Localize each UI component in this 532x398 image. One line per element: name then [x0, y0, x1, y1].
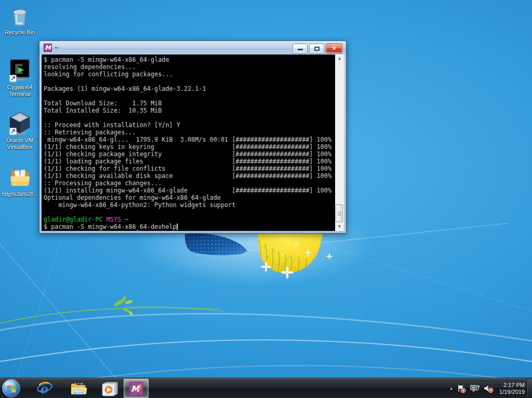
system-tray: ▲ 2:17 PM 1/19/2019 [449, 378, 525, 398]
minimize-icon [298, 49, 303, 50]
terminal-line: resolving dependencies... [44, 63, 335, 71]
terminal-output: $ pacman -S mingw-w64-x86_64-gladeresolv… [42, 54, 335, 231]
virtualbox-icon [7, 110, 32, 136]
media-player-icon [101, 380, 119, 397]
msys2-icon: M 2 [129, 381, 143, 396]
svg-text:2: 2 [138, 383, 142, 391]
start-button[interactable] [2, 379, 20, 397]
internet-explorer-icon: e [36, 380, 53, 397]
taskbar-clock[interactable]: 2:17 PM 1/19/2019 [499, 382, 525, 395]
desktop-icon-label: Recycle Bin [1, 29, 39, 36]
terminal-line: looking for conflicting packages... [44, 71, 335, 78]
desktop-icon-label: Cygwin64 Terminal [1, 84, 39, 98]
maximize-icon [314, 47, 320, 51]
windows-logo-icon [2, 379, 20, 397]
recycle-bin-icon [7, 3, 32, 28]
terminal-cursor [177, 224, 178, 230]
terminal-line: gladir@gladir-PC MSYS ~ [44, 216, 335, 223]
scrollbar-thumb[interactable] [336, 204, 343, 222]
shortcut-arrow-icon [9, 75, 16, 82]
msys-window-icon: M [44, 44, 52, 52]
folder-icon [7, 165, 32, 190]
cygwin-terminal-icon [7, 57, 32, 83]
terminal-line: Packages (1) mingw-w64-x86_64-glade-3.22… [44, 85, 335, 92]
maximize-button[interactable] [309, 44, 324, 53]
scrollbar-grip-icon [338, 212, 341, 216]
terminal-line [44, 78, 335, 85]
explorer-folder-icon [70, 381, 87, 396]
desktop-icon-recycle-bin[interactable]: Recycle Bin [1, 3, 39, 36]
clock-date: 1/19/2019 [499, 389, 525, 395]
close-icon: ✕ [326, 45, 342, 52]
terminal-line: Optional dependencies for mingw-w64-x86_… [44, 194, 335, 201]
terminal-screen[interactable]: $ pacman -S mingw-w64-x86_64-gladeresolv… [42, 54, 344, 231]
desktop-icon-label: http%3a%2f... [1, 191, 39, 198]
window-titlebar[interactable]: M ~ ✕ [39, 41, 346, 54]
taskbar-item-windows-explorer[interactable] [69, 378, 88, 398]
terminal-line: (1/1) checking package integrity [######… [44, 150, 335, 158]
terminal-line: (1/1) checking for file conflicts [#####… [44, 165, 335, 172]
show-hidden-icons-button[interactable]: ▲ [449, 387, 453, 390]
shortcut-arrow-icon [9, 128, 16, 135]
terminal-line: (1/1) installing mingw-w64-x86_64-glade … [44, 187, 335, 194]
terminal-line [44, 92, 335, 100]
terminal-line: mingw-w64-x86_64-gl... 1795.9 KiB 3.08M/… [44, 136, 335, 143]
terminal-line: (1/1) checking available disk space [###… [44, 172, 335, 180]
mintty-terminal-window: M ~ ✕ $ pacman -S mingw-w64-x86_64-glade… [39, 40, 347, 234]
terminal-line: (1/1) loading package files [###########… [44, 158, 335, 165]
desktop-icon-label: Oracle VM VirtualBox [1, 137, 39, 150]
terminal-line: :: Retrieving packages... [44, 129, 335, 136]
close-button[interactable]: ✕ [326, 44, 342, 53]
taskbar: e [0, 378, 532, 398]
desktop-icon-http-folder[interactable]: http%3a%2f... [1, 165, 39, 198]
scroll-down-icon[interactable]: ▼ [335, 223, 344, 231]
terminal-line: :: Processing package changes... [44, 180, 335, 187]
terminal-line: $ pacman -S mingw-w64-x86_64-glade [44, 56, 335, 63]
desktop-icon-cygwin[interactable]: Cygwin64 Terminal [1, 57, 39, 98]
terminal-line: :: Proceed with installation? [Y/n] Y [44, 121, 335, 129]
scroll-up-icon[interactable]: ▲ [335, 54, 344, 63]
show-desktop-button[interactable] [527, 378, 532, 398]
terminal-line: mingw-w64-x86_64-python2: Python widgets… [44, 201, 335, 209]
clock-time: 2:17 PM [499, 382, 525, 389]
terminal-line: $ pacman -S mingw-w64-x86_64-devhelp [44, 223, 335, 230]
network-icon[interactable] [470, 384, 480, 393]
terminal-line [44, 114, 335, 121]
minimize-button[interactable] [292, 44, 308, 53]
desktop: Recycle Bin Cygwin64 Terminal [0, 0, 532, 398]
taskbar-item-msys-active[interactable]: M 2 [124, 379, 149, 398]
window-title: ~ [55, 44, 58, 51]
action-center-flag-icon[interactable] [457, 384, 466, 393]
desktop-icon-virtualbox[interactable]: Oracle VM VirtualBox [1, 110, 39, 150]
terminal-line [44, 209, 335, 216]
terminal-line: (1/1) checking keys in keyring [########… [44, 143, 335, 150]
vine [0, 295, 223, 324]
volume-muted-icon[interactable] [483, 384, 494, 393]
taskbar-item-internet-explorer[interactable]: e [35, 378, 54, 398]
terminal-scrollbar[interactable]: ▲ ▼ [335, 54, 344, 231]
terminal-line: Total Installed Size: 10.35 MiB [44, 107, 335, 114]
terminal-line: Total Download Size: 1.75 MiB [44, 100, 335, 107]
taskbar-item-media-player[interactable] [100, 378, 120, 398]
